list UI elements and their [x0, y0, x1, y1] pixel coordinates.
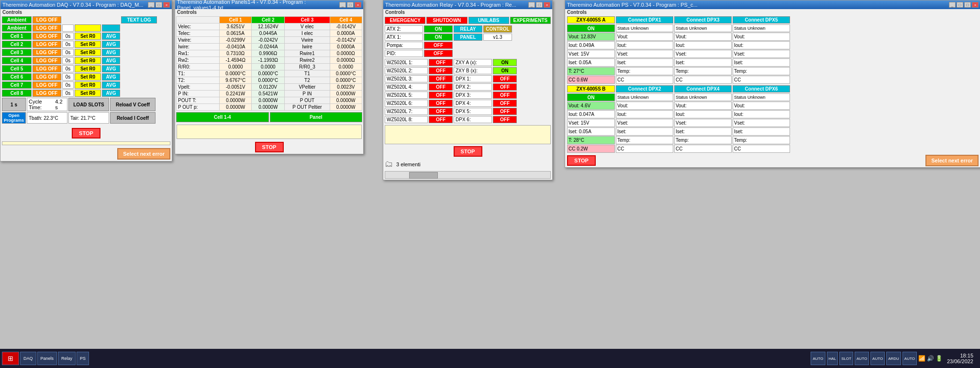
cell-log-2[interactable]: LOG OFF — [33, 41, 61, 48]
wz-val-3[interactable]: OFF — [429, 83, 453, 91]
ps-restore[interactable]: □ — [957, 2, 963, 8]
zxy6005a-btn[interactable]: ZXY-6005S A — [567, 16, 615, 23]
tray-auto3[interactable]: AUTO — [870, 352, 885, 365]
panel-btn[interactable]: Panel — [270, 112, 363, 122]
reload-v-btn[interactable]: Reload V Coeff — [110, 98, 156, 111]
panels-close[interactable]: × — [355, 2, 361, 8]
wz-val-6[interactable]: OFF — [429, 108, 453, 115]
atx1-on-btn[interactable]: ON — [424, 34, 453, 41]
panels-maximize[interactable]: □ — [347, 2, 354, 8]
ambient-log-btn[interactable]: LOG OFF — [33, 16, 61, 23]
cell-avg-2[interactable]: AVG — [102, 41, 120, 48]
cell14-btn[interactable]: Cell 1-4 — [176, 112, 269, 122]
dpx-val-3[interactable]: OFF — [493, 83, 517, 91]
wz-val-1[interactable]: OFF — [429, 67, 453, 74]
cell-log-3[interactable]: LOG OFF — [33, 49, 61, 56]
daq-stop-btn[interactable]: STOP — [72, 128, 100, 138]
cell-log-5[interactable]: LOG OFF — [33, 65, 61, 72]
cell-log-7[interactable]: LOG OFF — [33, 81, 61, 89]
control-btn[interactable]: CONTROL — [483, 25, 512, 33]
open-programs-btn[interactable]: Open Programs — [2, 112, 26, 124]
taskbar-relay[interactable]: Relay — [58, 352, 76, 365]
tray-auto1[interactable]: AUTO — [811, 352, 825, 365]
start-button[interactable]: ⊞ — [2, 352, 19, 365]
wz-val-0[interactable]: OFF — [429, 59, 453, 66]
tray-slot[interactable]: SLOT — [839, 352, 853, 365]
dpx-val-4[interactable]: OFF — [493, 92, 517, 99]
wz-val-7[interactable]: OFF — [429, 116, 453, 123]
cell-set-2[interactable]: Set R0 — [75, 41, 101, 48]
cell-label-4[interactable]: Cell 4 — [2, 57, 32, 64]
cell-avg-5[interactable]: AVG — [102, 65, 120, 72]
shutdown-btn[interactable]: SHUTDOWN — [426, 17, 467, 24]
interval-btn[interactable]: 1 s — [2, 98, 26, 111]
cell-avg-1[interactable]: AVG — [102, 33, 120, 40]
cell-set-4[interactable]: Set R0 — [75, 57, 101, 64]
dpx-val-7[interactable]: OFF — [493, 116, 517, 123]
cell-label-3[interactable]: Cell 3 — [2, 49, 32, 56]
cell-label-5[interactable]: Cell 5 — [2, 65, 32, 72]
cell-set-7[interactable]: Set R0 — [75, 81, 101, 89]
connect-dpx5-btn[interactable]: Connect DPX5 — [733, 16, 790, 23]
cell-set-3[interactable]: Set R0 — [75, 49, 101, 56]
load-slots-btn[interactable]: LOAD SLOTS — [68, 98, 109, 111]
cell-log-6[interactable]: LOG OFF — [33, 73, 61, 80]
ps-select-error-btn[interactable]: Select next error — [925, 155, 979, 166]
cell-avg-8[interactable]: AVG — [102, 90, 120, 97]
ps-stop-btn[interactable]: STOP — [567, 155, 596, 166]
cell-label-1[interactable]: Cell 1 — [2, 33, 32, 40]
taskbar-panels[interactable]: Panels — [37, 352, 57, 365]
reload-i-btn[interactable]: Reload I Coeff — [110, 112, 156, 124]
dpx-val-5[interactable]: OFF — [493, 100, 517, 107]
experiments-btn[interactable]: EXPERIMENTS — [510, 17, 551, 24]
panels-stop-btn[interactable]: STOP — [255, 142, 284, 152]
pid-off-btn[interactable]: OFF — [424, 50, 453, 57]
relay-scrollbar[interactable] — [385, 171, 551, 179]
cell-log-8[interactable]: LOG OFF — [33, 90, 61, 97]
cell-avg-0[interactable] — [102, 24, 120, 32]
panel-relay-btn[interactable]: PANEL — [454, 34, 482, 41]
cell-set-1[interactable]: Set R0 — [75, 33, 101, 40]
cell-avg-6[interactable]: AVG — [102, 73, 120, 80]
ps-a-status-on[interactable]: ON — [567, 24, 615, 32]
panels-minimize[interactable]: _ — [339, 2, 346, 8]
relay-btn[interactable]: RELAY — [454, 25, 482, 33]
relay-close[interactable]: × — [544, 2, 550, 8]
cell-label-0[interactable]: Ambient — [2, 24, 32, 32]
cell-avg-4[interactable]: AVG — [102, 57, 120, 64]
dpx-val-2[interactable]: OFF — [493, 75, 517, 82]
cell-label-8[interactable]: Cell 8 — [2, 90, 32, 97]
cell-log-4[interactable]: LOG OFF — [33, 57, 61, 64]
cell-label-6[interactable]: Cell 6 — [2, 73, 32, 80]
ps-minimize[interactable]: _ — [949, 2, 956, 8]
relay-stop-btn[interactable]: STOP — [454, 146, 482, 157]
cell-avg-3[interactable]: AVG — [102, 49, 120, 56]
cell-log-0[interactable]: LOG OFF — [33, 24, 61, 32]
dpx-val-1[interactable]: ON — [493, 67, 517, 74]
wz-val-5[interactable]: OFF — [429, 100, 453, 107]
pompa-off-btn[interactable]: OFF — [424, 42, 453, 49]
tray-hal[interactable]: HAL — [827, 352, 838, 365]
wz-val-4[interactable]: OFF — [429, 92, 453, 99]
relay-maximize[interactable]: □ — [536, 2, 543, 8]
cell-label-2[interactable]: Cell 2 — [2, 41, 32, 48]
ps-maximize[interactable]: □ — [964, 2, 971, 8]
ambient-btn[interactable]: Ambient — [2, 16, 32, 23]
daq-close[interactable]: × — [163, 2, 170, 8]
daq-minimize[interactable]: _ — [148, 2, 155, 8]
connect-dpx2-btn[interactable]: Connect DPX2 — [616, 85, 673, 92]
cell-log-1[interactable]: LOG OFF — [33, 33, 61, 40]
cell-set-8[interactable]: Set R0 — [75, 90, 101, 97]
connect-dpx3-btn[interactable]: Connect DPX3 — [674, 16, 732, 23]
atx2-on-btn[interactable]: ON — [424, 25, 453, 33]
unilabs-btn[interactable]: UNILABS — [468, 17, 509, 24]
connect-dpx4-btn[interactable]: Connect DPX4 — [674, 85, 732, 92]
emergency-btn[interactable]: EMERGENCY — [385, 17, 425, 24]
relay-minimize[interactable]: _ — [528, 2, 535, 8]
cell-label-7[interactable]: Cell 7 — [2, 81, 32, 89]
daq-maximize[interactable]: □ — [156, 2, 162, 8]
dpx-val-0[interactable]: ON — [493, 59, 517, 66]
taskbar-daq[interactable]: DAQ — [20, 352, 36, 365]
connect-dpx6-btn[interactable]: Connect DPX6 — [733, 85, 790, 92]
tray-auto4[interactable]: AUTO — [902, 352, 917, 365]
